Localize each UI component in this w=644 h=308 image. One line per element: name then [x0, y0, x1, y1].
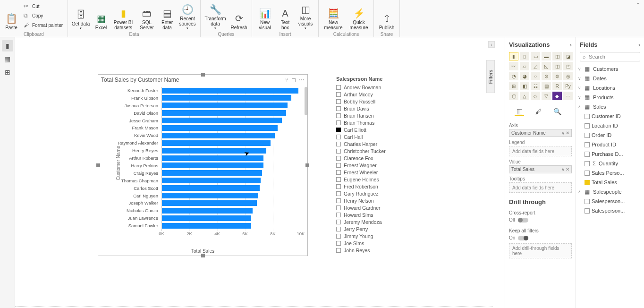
field-item[interactable]: Purchase D...: [578, 149, 642, 159]
slicer-item[interactable]: Joe Sims: [336, 240, 426, 247]
field-item[interactable]: Customer ID: [578, 111, 642, 121]
enter-data-button[interactable]: ▤Enter data: [159, 2, 176, 30]
slicer-item[interactable]: Brian Davis: [336, 105, 426, 112]
refresh-button[interactable]: ⟳Refresh: [229, 2, 249, 30]
bar-row[interactable]: Carlos Scott: [162, 185, 260, 191]
viz-type-button[interactable]: ◿: [531, 62, 540, 70]
slicer-item[interactable]: Jimmy Young: [336, 232, 426, 240]
viz-type-button[interactable]: ▢: [509, 92, 518, 100]
sql-server-button[interactable]: 🗃SQL Server: [137, 2, 157, 30]
viz-type-button[interactable]: ◫: [552, 52, 562, 60]
legend-drop-area[interactable]: Add data fields here: [509, 146, 572, 156]
chevron-right-icon[interactable]: ›: [638, 41, 640, 48]
viz-type-button[interactable]: ◔: [509, 72, 518, 80]
bar-row[interactable]: Samuel Fowler: [162, 222, 251, 229]
more-visuals-button[interactable]: ◫More visuals▾: [296, 2, 315, 30]
page-tabs-area[interactable]: [15, 306, 493, 308]
field-item[interactable]: Sales Perso...: [578, 168, 642, 178]
cut-button[interactable]: ✂Cut: [22, 2, 65, 10]
slicer-item[interactable]: Howard Sims: [336, 211, 426, 218]
cross-report-toggle[interactable]: [518, 218, 528, 222]
viz-type-button[interactable]: △: [520, 92, 529, 100]
collapse-panels-button[interactable]: ‹: [488, 41, 495, 48]
bar-row[interactable]: Jesse Graham: [162, 118, 282, 124]
viz-type-button[interactable]: ⊙: [542, 72, 551, 80]
excel-button[interactable]: ▦Excel: [93, 2, 110, 30]
drill-drop-area[interactable]: Add drill-through fields here: [509, 243, 572, 258]
bar-row[interactable]: Nicholas Garcia: [162, 207, 253, 214]
bar-row[interactable]: Carl Nguyen: [162, 193, 258, 199]
slicer-item[interactable]: Henry Nelson: [336, 197, 426, 204]
chevron-right-icon[interactable]: ›: [570, 41, 572, 48]
viz-type-button[interactable]: ▱: [520, 62, 529, 70]
keep-filters-toggle[interactable]: [518, 236, 528, 240]
bar-row[interactable]: Frank Gibson: [162, 95, 291, 101]
slicer-item[interactable]: Charles Harper: [336, 140, 426, 147]
bar-row[interactable]: Joshua Peterson: [162, 103, 288, 109]
viz-type-button[interactable]: ◎: [563, 72, 573, 80]
table-products[interactable]: ∨▦Products: [578, 93, 642, 102]
bar-row[interactable]: Kenneth Foster: [162, 87, 298, 94]
viz-type-button[interactable]: ▯: [520, 52, 529, 60]
publish-button[interactable]: ⇧Publish: [377, 2, 397, 30]
viz-type-button[interactable]: ☷: [531, 82, 540, 90]
paste-button[interactable]: 📋Paste: [3, 2, 20, 30]
field-item[interactable]: Product ID: [578, 140, 642, 149]
axis-field-chip[interactable]: Customer Name∨✕: [509, 129, 572, 137]
viz-type-button[interactable]: ◆: [552, 92, 562, 100]
bar-row[interactable]: Craig Reyes: [162, 170, 262, 176]
bar-row[interactable]: Kevin Wood: [162, 132, 275, 138]
bar-row[interactable]: Joseph Walker: [162, 200, 257, 206]
slicer-item[interactable]: Eugene Holmes: [336, 176, 426, 183]
slicer-item[interactable]: Jeremy Mendoza: [336, 218, 426, 225]
slicer-item[interactable]: Andrew Bowman: [336, 84, 426, 91]
bar-row[interactable]: Arthur Roberts: [162, 155, 263, 161]
new-visual-button[interactable]: 📊New visual: [255, 2, 275, 30]
visual-bar-chart[interactable]: Total Sales by Customer Name ⑂ ◻ ⋯ Custo…: [98, 74, 308, 256]
viz-type-button[interactable]: ○: [531, 72, 540, 80]
remove-icon[interactable]: ✕: [566, 130, 569, 136]
quick-measure-button[interactable]: ⚡Quick measure: [347, 2, 371, 30]
field-item[interactable]: Salesperson...: [578, 206, 642, 215]
collapse-ribbon-icon[interactable]: ⌃: [636, 2, 640, 8]
data-view-button[interactable]: ▦: [2, 53, 13, 65]
viz-type-button[interactable]: ▬: [542, 52, 551, 60]
bar-row[interactable]: Harry Perkins: [162, 163, 263, 169]
copy-button[interactable]: ⧉Copy: [22, 11, 65, 20]
chart-scrollbar[interactable]: [305, 87, 307, 115]
viz-type-button[interactable]: ▤: [542, 82, 551, 90]
format-painter-button[interactable]: 🖌Format painter: [22, 21, 65, 29]
focus-icon[interactable]: ◻: [291, 77, 296, 83]
viz-type-button[interactable]: ▽: [542, 92, 551, 100]
field-item[interactable]: Total Sales: [578, 178, 642, 187]
fields-search-input[interactable]: ⌕ Search: [580, 52, 640, 61]
table-salespeople[interactable]: ∧▦Salespeople: [578, 187, 642, 197]
tooltips-drop-area[interactable]: Add data fields here: [509, 182, 572, 193]
slicer-item[interactable]: Ernest Wagner: [336, 162, 426, 169]
table-sales[interactable]: ∧▦Sales: [578, 102, 642, 111]
viz-type-button[interactable]: ◰: [563, 62, 573, 70]
slicer-item[interactable]: Gary Rodriguez: [336, 190, 426, 197]
viz-type-button[interactable]: ◧: [520, 82, 529, 90]
slicer-item[interactable]: Carl Hall: [336, 133, 426, 140]
slicer-item[interactable]: Fred Robertson: [336, 183, 426, 190]
slicer-item[interactable]: Ernest Wheeler: [336, 169, 426, 176]
viz-type-button[interactable]: ⊞: [509, 82, 518, 90]
bar-row[interactable]: Juan Lawrence: [162, 215, 251, 221]
viz-type-button[interactable]: ⋯: [563, 92, 573, 100]
format-tab[interactable]: 🖌: [534, 107, 543, 116]
slicer-item[interactable]: Brian Thomas: [336, 119, 426, 126]
slicer-item[interactable]: Bobby Russell: [336, 98, 426, 105]
resize-handle[interactable]: [96, 163, 100, 167]
resize-handle[interactable]: [201, 254, 205, 257]
bar-row[interactable]: Frank Mason: [162, 125, 278, 131]
table-customers[interactable]: ∨▦Customers: [578, 64, 642, 74]
viz-type-button[interactable]: ◇: [531, 92, 540, 100]
viz-type-button[interactable]: ◫: [552, 62, 562, 70]
model-view-button[interactable]: ⊞: [2, 67, 13, 78]
bar-row[interactable]: Raymond Alexander: [162, 140, 271, 146]
filter-icon[interactable]: ⑂: [285, 77, 288, 83]
pbi-datasets-button[interactable]: ▮Power BI datasets: [111, 2, 135, 30]
slicer-item[interactable]: Clarence Fox: [336, 154, 426, 162]
slicer-item[interactable]: Arthur Mccoy: [336, 91, 426, 98]
